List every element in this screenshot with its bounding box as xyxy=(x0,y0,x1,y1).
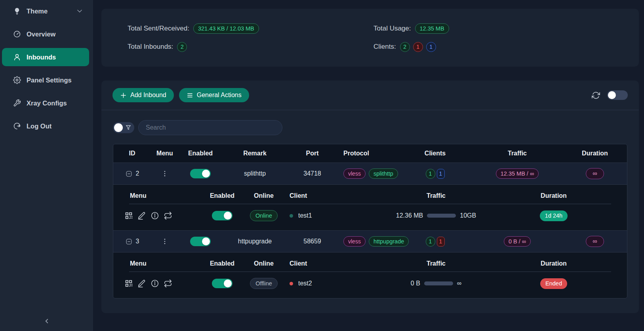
edit-icon[interactable] xyxy=(137,279,146,288)
bulb-icon xyxy=(13,7,21,15)
client-name: test2 xyxy=(298,280,312,287)
col-menu: Menu xyxy=(113,260,198,267)
col-enabled: Enabled xyxy=(198,192,246,199)
sidebar-item-overview[interactable]: Overview xyxy=(2,25,89,43)
reset-traffic-icon[interactable] xyxy=(164,211,172,220)
total-usage-label: Total Usage: xyxy=(373,25,411,33)
col-duration: Duration xyxy=(484,260,624,267)
toggle-knob xyxy=(202,170,210,178)
col-client: Client xyxy=(282,260,389,267)
add-inbound-button[interactable]: Add Inbound xyxy=(112,88,174,102)
col-menu: Menu xyxy=(151,150,179,157)
sidebar-item-logout[interactable]: Log Out xyxy=(2,117,89,135)
col-traffic: Traffic xyxy=(389,192,484,199)
client-duration-badge: 1d 24h xyxy=(540,210,568,221)
protocol-badge: vless xyxy=(343,236,366,247)
inbounds-card: Add Inbound General Actions xyxy=(101,80,639,313)
inbound-port: 34718 xyxy=(288,170,337,177)
client-count-active-badge: 1 xyxy=(426,169,435,179)
table-row[interactable]: 2 splithttp 34718 vless splithttp xyxy=(113,163,627,184)
sidebar-item-label: Inbounds xyxy=(27,54,56,61)
traffic-badge: 0 B / ∞ xyxy=(504,236,531,247)
col-traffic: Traffic xyxy=(472,150,563,157)
qrcode-icon[interactable] xyxy=(124,211,133,220)
chevron-down-icon xyxy=(76,7,84,15)
auto-refresh-toggle[interactable] xyxy=(607,90,628,100)
minus-square-icon xyxy=(125,170,133,178)
ellipsis-vertical-icon xyxy=(161,237,169,245)
col-port: Port xyxy=(288,150,337,157)
info-icon[interactable] xyxy=(151,211,159,220)
search-row xyxy=(113,120,627,135)
inbound-enabled-toggle[interactable] xyxy=(190,237,211,246)
col-duration: Duration xyxy=(484,192,624,199)
sidebar-item-label: Xray Configs xyxy=(27,99,67,107)
collapse-row-button[interactable] xyxy=(125,170,133,178)
duration-badge: ∞ xyxy=(586,168,604,179)
col-online: Online xyxy=(246,260,282,267)
general-actions-button[interactable]: General Actions xyxy=(179,88,249,102)
client-enabled-toggle[interactable] xyxy=(212,279,232,288)
chevron-left-icon xyxy=(42,317,51,325)
table-row[interactable]: 3 httpupgrade 58659 vless httpupgrade xyxy=(113,230,627,252)
col-menu: Menu xyxy=(113,192,198,199)
collapse-row-button[interactable] xyxy=(125,238,133,245)
clients-active-badge: 2 xyxy=(400,42,410,52)
row-menu-button[interactable] xyxy=(161,170,169,178)
filter-toggle[interactable] xyxy=(113,122,134,133)
traffic-total: 10GB xyxy=(460,212,476,219)
col-clients: Clients xyxy=(398,150,472,157)
sidebar-item-xray-configs[interactable]: Xray Configs xyxy=(2,94,89,112)
total-sent-received-label: Total Sent/Received: xyxy=(128,25,189,33)
inbounds-page: Theme Overview Inbounds Panel Settings xyxy=(0,0,644,331)
sidebar-item-theme[interactable]: Theme xyxy=(2,2,89,20)
sidebar-item-label: Overview xyxy=(27,31,55,38)
online-status-badge: Online xyxy=(250,210,278,221)
toggle-knob xyxy=(114,123,123,132)
client-name: test1 xyxy=(298,212,312,219)
inbound-enabled-toggle[interactable] xyxy=(190,169,211,178)
filter-icon xyxy=(125,124,131,131)
clients-deactive-badge: 1 xyxy=(413,42,423,52)
transport-badge: splithttp xyxy=(369,168,398,179)
duration-badge: ∞ xyxy=(586,236,604,247)
search-input[interactable] xyxy=(138,120,282,135)
toggle-knob xyxy=(202,237,210,245)
sidebar-item-label: Theme xyxy=(27,8,48,15)
sidebar-item-label: Log Out xyxy=(27,122,51,130)
table-header-row: ID Menu Enabled Remark Port Protocol Cli… xyxy=(113,144,627,163)
dashboard-icon xyxy=(13,30,21,38)
info-icon[interactable] xyxy=(151,279,159,288)
refresh-icon[interactable] xyxy=(592,91,600,99)
qrcode-icon[interactable] xyxy=(124,279,133,288)
client-count-active-badge: 1 xyxy=(426,237,435,247)
logout-icon xyxy=(13,122,21,130)
edit-icon[interactable] xyxy=(137,211,146,220)
traffic-used: 12.36 MB xyxy=(396,212,423,219)
inbound-remark: splithttp xyxy=(222,170,288,177)
sidebar-collapse-button[interactable] xyxy=(0,317,93,325)
wrench-icon xyxy=(13,99,21,107)
sidebar-item-inbounds[interactable]: Inbounds xyxy=(2,48,89,66)
stats-card: Total Sent/Received: 321.43 KB / 12.03 M… xyxy=(101,9,639,67)
client-count-deactive-badge: 1 xyxy=(437,237,445,247)
total-usage-badge: 12.35 MB xyxy=(415,23,449,34)
clients-label: Clients: xyxy=(373,43,396,51)
gear-icon xyxy=(13,76,21,84)
client-enabled-toggle[interactable] xyxy=(212,211,232,220)
client-row: Offline test2 0 B ∞ Ended xyxy=(113,272,627,295)
inbound-id: 2 xyxy=(136,170,139,177)
client-duration-badge: Ended xyxy=(540,278,567,289)
traffic-badge: 12.35 MB / ∞ xyxy=(496,168,539,179)
toggle-knob xyxy=(224,212,232,220)
clients-online-badge: 1 xyxy=(426,42,436,52)
row-menu-button[interactable] xyxy=(161,237,169,245)
col-id: ID xyxy=(113,150,151,157)
reset-traffic-icon[interactable] xyxy=(164,279,172,288)
client-status-dot xyxy=(290,214,293,218)
col-protocol: Protocol xyxy=(337,150,398,157)
col-online: Online xyxy=(246,192,282,199)
client-sub-table: Menu Enabled Online Client Traffic Durat… xyxy=(113,184,627,230)
plus-icon xyxy=(120,92,127,99)
sidebar-item-panel-settings[interactable]: Panel Settings xyxy=(2,71,89,89)
